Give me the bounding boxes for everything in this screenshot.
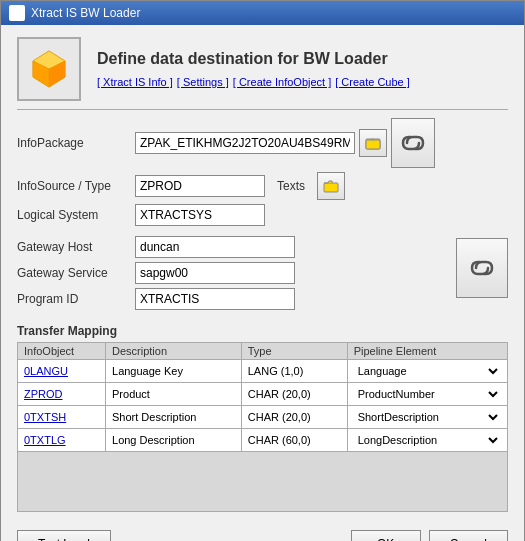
- transfer-table: InfoObject Description Type Pipeline Ele…: [17, 342, 508, 512]
- table-header-row: InfoObject Description Type Pipeline Ele…: [18, 343, 508, 360]
- main-window: ⊞ Xtract IS BW Loader Define data destin…: [0, 0, 525, 541]
- gateway-chain-btn[interactable]: [456, 238, 508, 298]
- row0-infoobject[interactable]: 0LANGU: [18, 360, 106, 383]
- col-pipeline: Pipeline Element: [347, 343, 507, 360]
- header-title: Define data destination for BW Loader: [97, 50, 508, 68]
- row1-infoobject[interactable]: ZPROD: [18, 383, 106, 406]
- row0-description: Language Key: [106, 360, 242, 383]
- header-links: [ Xtract IS Info ] [ Settings ] [ Create…: [97, 76, 508, 88]
- program-id-input[interactable]: [135, 288, 295, 310]
- logo-icon: [27, 47, 71, 91]
- title-bar: ⊞ Xtract IS BW Loader: [1, 1, 524, 25]
- row0-pipeline-select[interactable]: Language: [354, 362, 501, 380]
- divider-1: [17, 109, 508, 110]
- row0-type: LANG (1,0): [241, 360, 347, 383]
- col-description: Description: [106, 343, 242, 360]
- empty-cell: [18, 452, 508, 512]
- logo-box: [17, 37, 81, 101]
- chain-link-btn-right[interactable]: [391, 118, 435, 168]
- table-row: 0LANGU Language Key LANG (1,0) Language: [18, 360, 508, 383]
- table-row: 0TXTLG Long Description CHAR (60,0) Long…: [18, 429, 508, 452]
- logical-system-label: Logical System: [17, 208, 127, 222]
- gateway-service-label: Gateway Service: [17, 266, 127, 280]
- row3-type: CHAR (60,0): [241, 429, 347, 452]
- chain-icon: [466, 252, 498, 284]
- row2-infoobject[interactable]: 0TXTSH: [18, 406, 106, 429]
- infopackage-input[interactable]: [135, 132, 355, 154]
- title-bar-icon: ⊞: [9, 5, 25, 21]
- create-cube-link[interactable]: [ Create Cube ]: [335, 76, 410, 88]
- table-row: 0TXTSH Short Description CHAR (20,0) Sho…: [18, 406, 508, 429]
- settings-link[interactable]: [ Settings ]: [177, 76, 229, 88]
- infosource-input[interactable]: [135, 175, 265, 197]
- table-empty-row: [18, 452, 508, 512]
- row2-pipeline-select[interactable]: ShortDescription: [354, 408, 501, 426]
- infosource-label: InfoSource / Type: [17, 179, 127, 193]
- gateway-service-input[interactable]: [135, 262, 295, 284]
- header-text: Define data destination for BW Loader [ …: [97, 50, 508, 88]
- svg-rect-6: [324, 183, 338, 192]
- infopackage-browse-btn[interactable]: [359, 129, 387, 157]
- col-infoobject: InfoObject: [18, 343, 106, 360]
- row1-pipeline[interactable]: ProductNumber: [347, 383, 507, 406]
- row1-description: Product: [106, 383, 242, 406]
- col-type: Type: [241, 343, 347, 360]
- infosource-browse-btn[interactable]: [317, 172, 345, 200]
- title-bar-text: Xtract IS BW Loader: [31, 6, 140, 20]
- test-load-button[interactable]: Test Load: [17, 530, 111, 541]
- row2-description: Short Description: [106, 406, 242, 429]
- row2-type: CHAR (20,0): [241, 406, 347, 429]
- row3-pipeline-select[interactable]: LongDescription: [354, 431, 501, 449]
- header-section: Define data destination for BW Loader [ …: [17, 37, 508, 101]
- folder-icon-2: [323, 178, 339, 194]
- infopackage-label: InfoPackage: [17, 136, 127, 150]
- ok-button[interactable]: OK: [351, 530, 421, 541]
- xtract-is-info-link[interactable]: [ Xtract IS Info ]: [97, 76, 173, 88]
- folder-icon: [365, 135, 381, 151]
- row1-type: CHAR (20,0): [241, 383, 347, 406]
- program-id-label: Program ID: [17, 292, 127, 306]
- infosource-type-label: Texts: [269, 177, 313, 195]
- logical-system-input[interactable]: [135, 204, 265, 226]
- transfer-mapping-title: Transfer Mapping: [17, 324, 508, 338]
- transfer-mapping-section: Transfer Mapping InfoObject Description …: [17, 324, 508, 512]
- row3-pipeline[interactable]: LongDescription: [347, 429, 507, 452]
- footer-buttons: Test Load OK Cancel: [17, 522, 508, 541]
- create-infoobject-link[interactable]: [ Create InfoObject ]: [233, 76, 331, 88]
- row1-pipeline-select[interactable]: ProductNumber: [354, 385, 501, 403]
- row3-infoobject[interactable]: 0TXTLG: [18, 429, 106, 452]
- link-icon: [399, 129, 427, 157]
- row0-pipeline[interactable]: Language: [347, 360, 507, 383]
- svg-rect-5: [366, 140, 380, 149]
- gateway-host-label: Gateway Host: [17, 240, 127, 254]
- row2-pipeline[interactable]: ShortDescription: [347, 406, 507, 429]
- gateway-host-input[interactable]: [135, 236, 295, 258]
- row3-description: Long Description: [106, 429, 242, 452]
- cancel-button[interactable]: Cancel: [429, 530, 508, 541]
- table-row: ZPROD Product CHAR (20,0) ProductNumber: [18, 383, 508, 406]
